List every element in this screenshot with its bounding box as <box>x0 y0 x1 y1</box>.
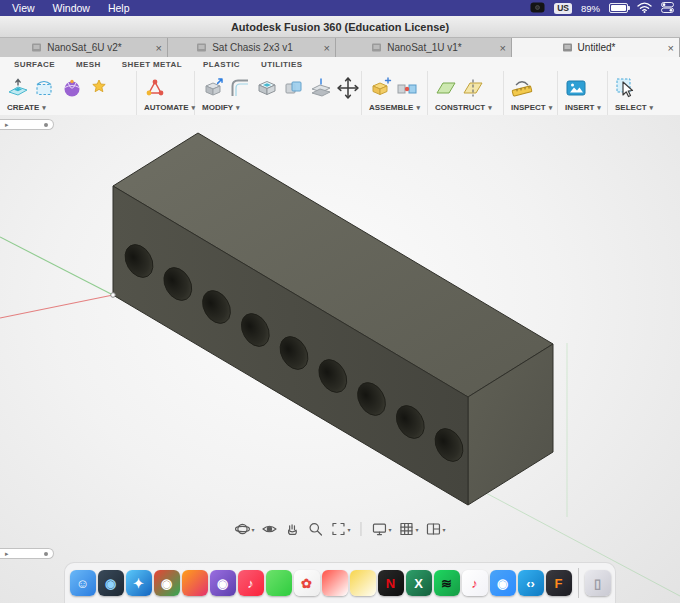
close-tab-icon[interactable]: × <box>668 43 674 53</box>
nav-orbit-button[interactable]: ▾ <box>234 521 254 537</box>
look-at-icon <box>261 521 277 537</box>
menu-window[interactable]: Window <box>53 2 90 14</box>
document-icon <box>371 42 382 53</box>
construction-axis-icon[interactable] <box>461 76 485 100</box>
move-copy-icon[interactable] <box>336 76 360 100</box>
model-block[interactable] <box>113 133 553 505</box>
menu-status-area: US 89% <box>530 2 680 15</box>
dock-icon-calendar[interactable] <box>322 570 348 596</box>
press-pull-icon[interactable] <box>201 76 225 100</box>
ribbon-label-modify[interactable]: MODIFY▾ <box>202 103 240 112</box>
keyboard-layout-badge[interactable]: US <box>554 3 572 14</box>
trash-glyph: ▯ <box>594 577 601 590</box>
dock-icon-photos[interactable]: ✿ <box>294 570 320 596</box>
grid-settings-icon <box>399 521 415 537</box>
close-tab-icon[interactable]: × <box>324 43 330 53</box>
ribbon-label-automate[interactable]: AUTOMATE▾ <box>144 103 195 112</box>
dock-icon-trash[interactable]: ▯ <box>585 570 611 596</box>
nav-look-at-button[interactable] <box>261 521 277 537</box>
doc-tab-title: NanoSat_1U v1* <box>387 42 462 53</box>
chevron-down-icon: ▾ <box>42 104 46 112</box>
panel-grip-icon <box>44 552 48 556</box>
tab-mesh[interactable]: MESH <box>76 60 101 69</box>
automate-icon[interactable] <box>143 76 167 100</box>
chevron-down-icon: ▾ <box>416 526 419 533</box>
emboss-icon[interactable] <box>87 76 111 100</box>
form-icon[interactable] <box>60 76 84 100</box>
browser-panel-toggle[interactable]: ▸ <box>0 119 54 130</box>
ribbon-label-insert[interactable]: INSERT▾ <box>565 103 601 112</box>
tab-plastic[interactable]: PLASTIC <box>203 60 240 69</box>
dock-icon-photo-booth[interactable]: ◉ <box>98 570 124 596</box>
construction-plane-icon[interactable] <box>434 76 458 100</box>
dock-icon-messages[interactable] <box>266 570 292 596</box>
finder-glyph: ☺ <box>76 577 89 590</box>
bottom-panel-toggle[interactable]: ▸ <box>0 548 54 559</box>
dock-icon-safari[interactable]: ✦ <box>126 570 152 596</box>
dock-icon-fusion-360[interactable]: F <box>546 570 572 596</box>
tab-surface[interactable]: SURFACE <box>14 60 55 69</box>
dock-icon-music[interactable]: ♪ <box>238 570 264 596</box>
dock-icon-firefox[interactable] <box>182 570 208 596</box>
ribbon-label-create[interactable]: CREATE▾ <box>7 103 46 112</box>
ribbon-label-inspect[interactable]: INSPECT▾ <box>511 103 552 112</box>
chevron-down-icon: ▾ <box>236 104 240 112</box>
nav-display-settings-button[interactable]: ▾ <box>371 521 391 537</box>
extrude-surface-icon[interactable] <box>6 76 30 100</box>
document-tab-bar: NanoSat_6U v2* × Sat Chasis 2x3 v1 × Nan… <box>0 38 680 57</box>
dock-icon-podcasts[interactable]: ◉ <box>210 570 236 596</box>
pan-icon <box>284 521 300 537</box>
shell-icon[interactable] <box>255 76 279 100</box>
spotify-glyph: ≋ <box>441 577 452 590</box>
tab-sheet-metal[interactable]: SHEET METAL <box>122 60 182 69</box>
doc-tab-untitled[interactable]: Untitled* × <box>512 38 680 57</box>
new-component-icon[interactable] <box>368 76 392 100</box>
tab-utilities[interactable]: UTILITIES <box>261 60 302 69</box>
camera-indicator-icon[interactable] <box>530 2 545 15</box>
dock-icon-chrome[interactable]: ◉ <box>154 570 180 596</box>
doc-tab-nanosat-1u[interactable]: NanoSat_1U v1* × <box>336 38 512 57</box>
dock-icon-finder[interactable]: ☺ <box>70 570 96 596</box>
menu-help[interactable]: Help <box>108 2 130 14</box>
ribbon-group-select: SELECT▾ <box>608 71 680 115</box>
doc-tab-sat-chasis[interactable]: Sat Chasis 2x3 v1 × <box>168 38 336 57</box>
photo-booth-glyph: ◉ <box>105 577 116 590</box>
nav-zoom-button[interactable] <box>307 521 323 537</box>
select-cursor-icon[interactable] <box>614 76 638 100</box>
macos-menu-bar: View Window Help US 89% <box>0 0 680 16</box>
insert-canvas-icon[interactable] <box>564 76 588 100</box>
chevron-down-icon: ▾ <box>388 526 391 533</box>
wifi-icon[interactable] <box>637 2 652 15</box>
joint-icon[interactable] <box>395 76 419 100</box>
dock-icon-vscode[interactable]: ‹› <box>518 570 544 596</box>
ribbon-label-assemble[interactable]: ASSEMBLE▾ <box>369 103 420 112</box>
nav-viewports-button[interactable]: ▾ <box>426 521 446 537</box>
fillet-icon[interactable] <box>228 76 252 100</box>
toolbar-ribbon: CREATE▾ AUTOMATE▾ <box>0 71 680 116</box>
nav-fit-button[interactable]: ▾ <box>330 521 350 537</box>
control-center-icon[interactable] <box>661 2 674 15</box>
ribbon-label-select[interactable]: SELECT▾ <box>615 103 653 112</box>
doc-tab-nanosat-6u[interactable]: NanoSat_6U v2* × <box>0 38 168 57</box>
expand-arrow-icon: ▸ <box>5 121 9 128</box>
menu-view[interactable]: View <box>12 2 35 14</box>
dock-icon-notes[interactable] <box>350 570 376 596</box>
dock-icon-apple-music[interactable]: ♪ <box>462 570 488 596</box>
patch-icon[interactable] <box>33 76 57 100</box>
ribbon-label-construct[interactable]: CONSTRUCT▾ <box>435 103 492 112</box>
battery-icon[interactable] <box>609 3 628 13</box>
measure-icon[interactable] <box>510 76 534 100</box>
chevron-down-icon: ▾ <box>597 104 601 112</box>
combine-icon[interactable] <box>282 76 306 100</box>
window-title-bar: Autodesk Fusion 360 (Education License) <box>0 16 680 38</box>
dock-icon-netflix[interactable]: N <box>378 570 404 596</box>
dock-icon-excel[interactable]: X <box>406 570 432 596</box>
offset-face-icon[interactable] <box>309 76 333 100</box>
close-tab-icon[interactable]: × <box>500 43 506 53</box>
viewport[interactable]: ▸ ▾▾▾▾▾ ▸ <box>0 115 680 603</box>
dock-icon-zoom[interactable]: ◉ <box>490 570 516 596</box>
close-tab-icon[interactable]: × <box>156 43 162 53</box>
nav-grid-settings-button[interactable]: ▾ <box>399 521 419 537</box>
dock-icon-spotify[interactable]: ≋ <box>434 570 460 596</box>
nav-pan-button[interactable] <box>284 521 300 537</box>
